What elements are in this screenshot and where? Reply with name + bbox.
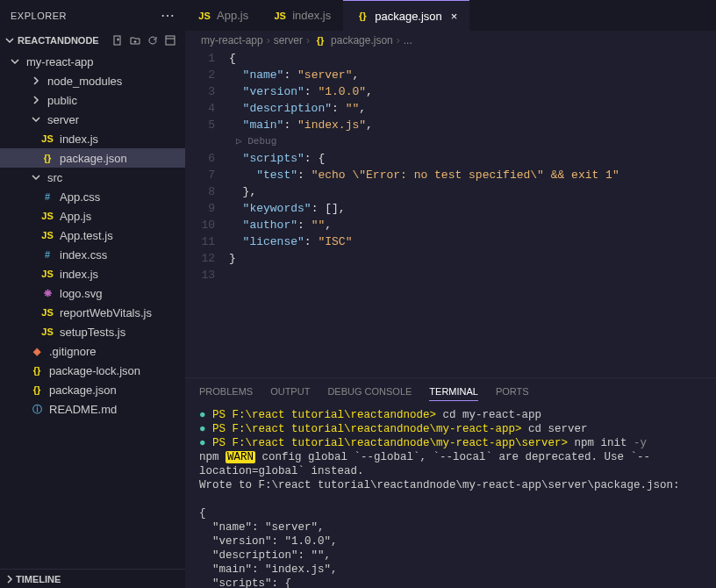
panel-tab-output[interactable]: OUTPUT (270, 383, 310, 400)
panel-tab-debug-console[interactable]: DEBUG CONSOLE (327, 383, 412, 400)
explorer-more-icon[interactable]: ⋯ (161, 7, 175, 24)
debug-codelens[interactable]: ▷ Debug (229, 133, 716, 150)
editor-tab[interactable]: JSindex.js (261, 0, 343, 31)
js-icon: JS (40, 269, 54, 279)
json-icon: {} (313, 35, 327, 46)
chevron-down-icon (4, 34, 16, 47)
js-icon: JS (40, 133, 54, 144)
tab-label: index.js (292, 9, 331, 22)
tree-file[interactable]: {}package.json (0, 148, 185, 168)
svg-rect-0 (114, 36, 120, 45)
json-icon: {} (40, 153, 54, 163)
json-icon: {} (30, 365, 44, 376)
folder-label: node_modules (47, 75, 122, 88)
breadcrumb-separator: › (267, 34, 270, 47)
css-icon: # (40, 191, 54, 202)
breadcrumb-item[interactable]: server (274, 34, 303, 47)
tree-file[interactable]: JSsetupTests.js (0, 322, 185, 341)
file-label: App.js (60, 210, 91, 223)
tree-folder[interactable]: src (0, 168, 185, 187)
new-file-icon[interactable] (111, 34, 124, 47)
project-section-header[interactable]: REACTANDNODE (0, 31, 185, 50)
panel-tab-terminal[interactable]: TERMINAL (429, 383, 478, 401)
chevron-down-icon (9, 55, 21, 68)
chevron-right-icon (30, 94, 42, 106)
explorer-title: EXPLORER (11, 11, 67, 21)
terminal-line: npm WARN config global `--global`, `--lo… (199, 450, 702, 478)
code-content[interactable]: { "name": "server", "version": "1.0.0", … (229, 50, 716, 377)
tree-folder[interactable]: server (0, 110, 185, 129)
json-icon: {} (355, 11, 369, 21)
js-icon: JS (197, 11, 211, 21)
editor-tabs: JSApp.jsJSindex.js{}package.json× (185, 0, 716, 31)
tab-label: package.json (375, 10, 442, 23)
timeline-section[interactable]: TIMELINE (0, 569, 185, 588)
editor-tab[interactable]: JSApp.js (185, 0, 261, 31)
terminal-line: ● PS F:\react tutorial\reactandnode\my-r… (199, 422, 702, 436)
tree-file[interactable]: {}package-lock.json (0, 361, 185, 380)
section-actions (111, 34, 182, 47)
breadcrumb-item[interactable]: ... (404, 34, 412, 47)
svg-icon: ❋ (40, 288, 54, 299)
tree-folder-root[interactable]: my-react-app (0, 52, 185, 71)
svg-rect-1 (166, 36, 175, 45)
terminal-line: "main": "index.js", (199, 563, 702, 577)
folder-label: src (47, 171, 62, 184)
timeline-label: TIMELINE (16, 574, 61, 584)
js-icon: JS (40, 211, 54, 221)
tree-file[interactable]: JSindex.js (0, 129, 185, 148)
file-label: setupTests.js (60, 326, 125, 339)
file-label: package-lock.json (49, 364, 140, 377)
tree-folder[interactable]: public (0, 90, 185, 110)
sidebar: EXPLORER ⋯ REACTANDNODE my-react-appnode… (0, 0, 185, 588)
css-icon: # (40, 249, 54, 260)
tree-file[interactable]: ⓘREADME.md (0, 399, 185, 419)
terminal-line: Wrote to F:\react tutorial\reactandnode\… (199, 478, 702, 492)
file-label: index.js (60, 268, 98, 281)
breadcrumb[interactable]: my-react-app›server›{}package.json›... (185, 31, 716, 50)
tree-file[interactable]: #App.css (0, 187, 185, 206)
terminal-line: "scripts": { (199, 577, 702, 588)
folder-label: server (47, 113, 79, 126)
js-icon: JS (273, 11, 287, 21)
editor-tab[interactable]: {}package.json× (343, 0, 469, 31)
tree-file[interactable]: ◆.gitignore (0, 341, 185, 361)
main-area: JSApp.jsJSindex.js{}package.json× my-rea… (185, 0, 716, 588)
tree-file[interactable]: JSApp.js (0, 206, 185, 226)
git-icon: ◆ (30, 346, 44, 357)
file-label: .gitignore (49, 345, 96, 358)
tree-file[interactable]: ❋logo.svg (0, 283, 185, 303)
file-label: package.json (60, 152, 127, 165)
terminal-line: { (199, 506, 702, 520)
tree-file[interactable]: JSApp.test.js (0, 226, 185, 245)
js-icon: JS (40, 307, 54, 318)
explorer-header: EXPLORER ⋯ (0, 0, 185, 31)
breadcrumb-item[interactable]: my-react-app (201, 34, 263, 47)
close-icon[interactable]: × (451, 10, 458, 23)
breadcrumb-item[interactable]: {}package.json (313, 34, 393, 47)
file-label: index.js (60, 133, 98, 146)
folder-label: my-react-app (26, 55, 94, 68)
tree-file[interactable]: JSindex.js (0, 264, 185, 283)
panel-tab-ports[interactable]: PORTS (496, 383, 529, 400)
new-folder-icon[interactable] (129, 34, 141, 47)
terminal-line: "description": "", (199, 549, 702, 563)
file-label: logo.svg (60, 287, 102, 300)
file-label: README.md (49, 403, 117, 416)
terminal-line: ● PS F:\react tutorial\reactandnode\my-r… (199, 436, 702, 450)
tree-file[interactable]: #index.css (0, 245, 185, 264)
js-icon: JS (40, 326, 54, 337)
file-label: index.css (60, 248, 107, 262)
panel-tab-problems[interactable]: PROBLEMS (199, 383, 253, 400)
code-editor[interactable]: 12345 678910111213 { "name": "server", "… (185, 50, 716, 377)
chevron-down-icon (30, 113, 42, 125)
refresh-icon[interactable] (147, 34, 159, 47)
tree-file[interactable]: JSreportWebVitals.js (0, 303, 185, 322)
tree-folder[interactable]: node_modules (0, 71, 185, 90)
terminal-output[interactable]: ● PS F:\react tutorial\reactandnode> cd … (185, 405, 716, 588)
tree-file[interactable]: {}package.json (0, 380, 185, 399)
line-gutter: 12345 678910111213 (185, 50, 229, 377)
chevron-right-icon (4, 573, 16, 585)
file-label: App.css (60, 190, 100, 204)
collapse-icon[interactable] (164, 34, 176, 47)
